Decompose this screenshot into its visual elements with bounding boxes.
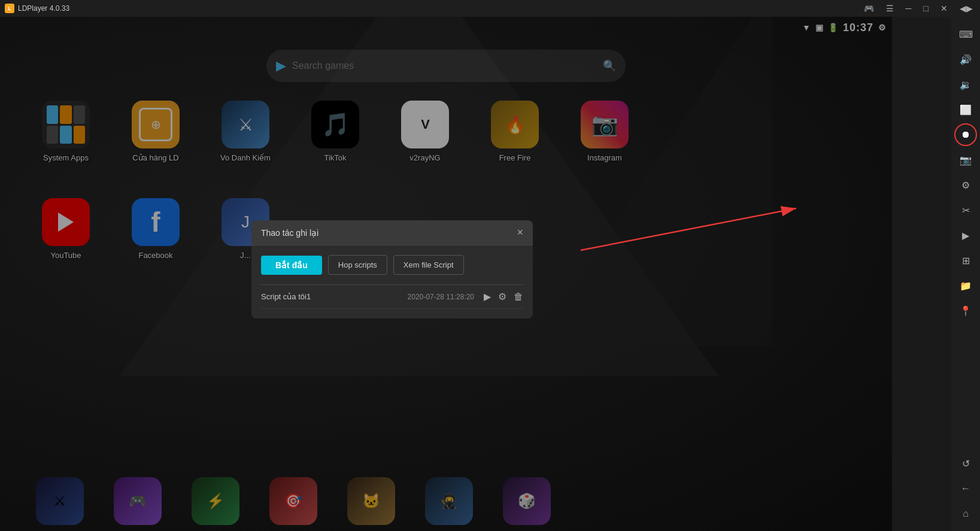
settings-script-button[interactable]: ⚙ <box>498 291 506 302</box>
script-action-buttons: ▶ ⚙ 🗑 <box>484 291 523 302</box>
start-button[interactable]: Bắt đầu <box>261 256 322 275</box>
delete-script-button[interactable]: 🗑 <box>514 291 523 302</box>
settings2-sidebar-btn[interactable]: ⚙ <box>954 174 977 196</box>
script-modal: Thao tác ghi lại × Bắt đầu Hop scripts X… <box>251 220 533 318</box>
modal-header: Thao tác ghi lại × <box>251 220 533 245</box>
gamepad-icon[interactable]: 🎮 <box>861 4 876 13</box>
capture-sidebar-btn[interactable]: 📷 <box>954 148 977 171</box>
modal-body: Bắt đầu Hop scripts Xem file Script Scri… <box>251 245 533 318</box>
script-name: Script của tôi1 <box>261 292 408 301</box>
view-script-button[interactable]: Xem file Script <box>393 255 464 275</box>
multi-sidebar-btn[interactable]: ⊞ <box>954 249 977 272</box>
minimize-button[interactable]: ─ <box>903 4 914 13</box>
home-sidebar-btn[interactable]: ⌂ <box>954 502 977 525</box>
modal-actions: Bắt đầu Hop scripts Xem file Script <box>261 255 523 275</box>
script-row: Script của tôi1 2020-07-28 11:28:20 ▶ ⚙ … <box>261 285 523 309</box>
menu-icon[interactable]: ☰ <box>884 4 896 13</box>
titlebar: L LDPlayer 4.0.33 🎮 ☰ ─ □ ✕ ◀▶ <box>0 0 980 17</box>
app-logo: L <box>5 4 14 13</box>
play-script-button[interactable]: ▶ <box>484 291 491 302</box>
back-sidebar-btn[interactable]: ← <box>954 477 977 500</box>
location-sidebar-btn[interactable]: 📍 <box>954 299 977 322</box>
modal-title: Thao tác ghi lại <box>261 228 318 238</box>
right-sidebar: ⌨ 🔊 🔉 ⬜ ⏺ 📷 ⚙ ✂ ▶ ⊞ 📁 📍 ↺ ← ⌂ <box>951 17 980 531</box>
volume-up-sidebar-btn[interactable]: 🔊 <box>954 48 977 71</box>
emulator-screen: ▼ ▣ 🔋 10:37 ⚙ ▶ 🔍 <box>0 17 892 531</box>
script-list: Script của tôi1 2020-07-28 11:28:20 ▶ ⚙ … <box>261 284 523 309</box>
scissors-sidebar-btn[interactable]: ✂ <box>954 199 977 221</box>
keyboard-sidebar-btn[interactable]: ⌨ <box>954 23 977 45</box>
video-sidebar-btn[interactable]: ▶ <box>954 224 977 247</box>
volume-down-sidebar-btn[interactable]: 🔉 <box>954 73 977 96</box>
close-button[interactable]: ✕ <box>938 4 950 13</box>
record-sidebar-btn[interactable]: ⏺ <box>954 123 977 146</box>
app-title: LDPlayer 4.0.33 <box>18 4 69 13</box>
sidebar-toggle-icon[interactable]: ◀▶ <box>957 4 975 13</box>
window-controls: 🎮 ☰ ─ □ ✕ ◀▶ <box>861 4 975 13</box>
maximize-button[interactable]: □ <box>921 4 931 13</box>
screen-sidebar-btn[interactable]: ⬜ <box>954 98 977 121</box>
folder-sidebar-btn[interactable]: 📁 <box>954 274 977 297</box>
modal-close-button[interactable]: × <box>517 226 523 239</box>
hop-scripts-button[interactable]: Hop scripts <box>328 255 387 275</box>
script-date: 2020-07-28 11:28:20 <box>408 293 474 301</box>
rotate-sidebar-btn[interactable]: ↺ <box>954 452 977 475</box>
